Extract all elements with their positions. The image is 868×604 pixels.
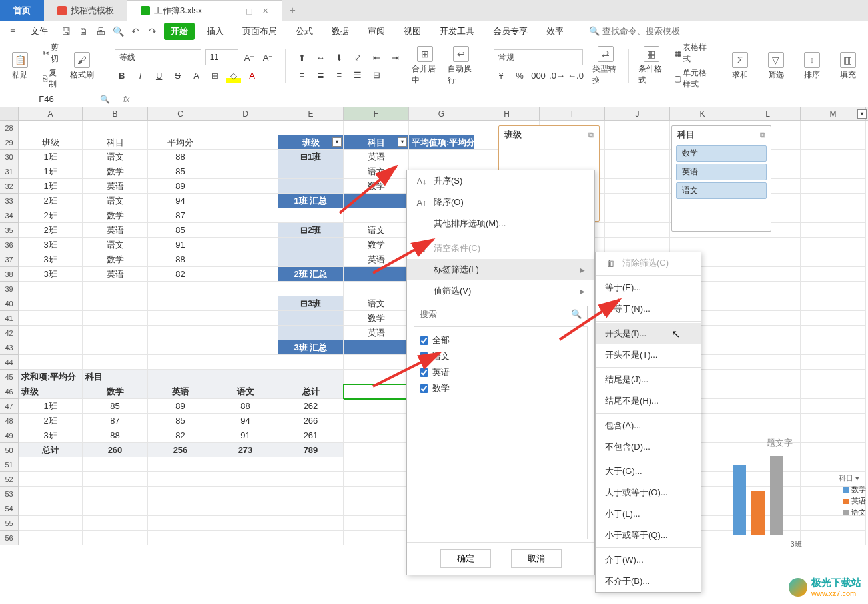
filter-search-input[interactable] <box>420 309 571 319</box>
cell[interactable] <box>278 208 344 223</box>
cell[interactable]: 语文 <box>344 164 409 179</box>
border-button[interactable]: ⊞ <box>208 68 222 83</box>
type-convert-button[interactable]: ⇄类型转换 <box>592 46 619 86</box>
submenu-item[interactable]: 包含(A)... <box>596 415 701 436</box>
row-header[interactable]: 41 <box>0 311 19 326</box>
col-header[interactable]: L <box>735 107 801 120</box>
menu-start[interactable]: 开始 <box>164 23 195 40</box>
cell[interactable]: 82 <box>148 267 213 282</box>
cell[interactable] <box>409 150 474 164</box>
slicer-subject[interactable]: 科目⧉ 数学 英语 语文 <box>671 125 771 232</box>
col-header[interactable]: B <box>83 107 148 120</box>
print-preview-icon[interactable]: 🔍 <box>112 25 124 37</box>
cell[interactable] <box>213 194 278 208</box>
cell[interactable]: 数学 <box>83 252 148 267</box>
cell[interactable] <box>83 501 148 516</box>
cell[interactable] <box>735 370 801 384</box>
cell[interactable] <box>19 457 83 472</box>
cell[interactable] <box>213 121 278 135</box>
cell[interactable]: 85 <box>148 223 213 238</box>
cell[interactable]: 英语 <box>344 326 409 340</box>
cell[interactable]: 2班 <box>19 194 83 208</box>
sort-asc-item[interactable]: A↓升序(S) <box>407 170 594 192</box>
cell[interactable] <box>213 531 278 545</box>
search-input[interactable] <box>602 26 702 36</box>
cell[interactable] <box>344 121 409 135</box>
submenu-item[interactable]: 小于或等于(Q)... <box>596 525 701 546</box>
cell[interactable] <box>213 516 278 531</box>
cell[interactable] <box>213 472 278 487</box>
name-box[interactable]: F46 <box>0 94 93 104</box>
cell[interactable] <box>213 238 278 252</box>
decimal-dec-icon[interactable]: ←.0 <box>568 68 583 83</box>
cell[interactable]: 82 <box>148 428 213 443</box>
sum-button[interactable]: Σ求和 <box>727 52 753 81</box>
row-header[interactable]: 51 <box>0 457 19 472</box>
cell[interactable] <box>735 296 801 311</box>
submenu-item[interactable]: 小于(L)... <box>596 503 701 525</box>
cell[interactable] <box>344 443 409 457</box>
align-right-icon[interactable]: ≡ <box>332 67 346 82</box>
cell[interactable] <box>344 194 409 208</box>
cell[interactable]: 平均值项:平均分 <box>409 135 474 150</box>
cell[interactable] <box>735 340 801 355</box>
wrap-button[interactable]: ↩自动换行 <box>448 46 474 86</box>
row-header[interactable]: 49 <box>0 428 19 443</box>
col-header[interactable]: D <box>213 107 278 120</box>
decimal-inc-icon[interactable]: .0→ <box>550 68 564 83</box>
cell[interactable] <box>801 340 866 355</box>
fx-icon[interactable]: fx <box>117 95 136 104</box>
redo-icon[interactable]: ↷ <box>147 25 159 37</box>
cell[interactable] <box>735 414 801 428</box>
filter-check-item[interactable]: 英语 <box>420 364 582 380</box>
cell[interactable]: 语文 <box>213 384 278 399</box>
cell[interactable] <box>801 414 866 428</box>
command-search[interactable]: 🔍 <box>589 26 702 36</box>
cell[interactable] <box>83 121 148 135</box>
sort-button[interactable]: ↕排序 <box>799 52 825 81</box>
window-icon[interactable]: ◻ <box>246 6 253 16</box>
clear-filter-icon[interactable]: ⧉ <box>588 131 594 139</box>
tab-template[interactable]: 找稻壳模板 <box>44 0 127 21</box>
row-header[interactable]: 29 <box>0 135 19 150</box>
legend-toggle[interactable]: 科目 ▾ <box>839 473 859 483</box>
cell[interactable] <box>19 516 83 531</box>
submenu-item[interactable]: 不介于(B)... <box>596 571 701 592</box>
cell[interactable]: 数学 <box>344 179 409 194</box>
indent-dec-icon[interactable]: ⇤ <box>369 50 384 65</box>
submenu-item[interactable]: 不等于(N)... <box>596 298 701 320</box>
currency-icon[interactable]: ¥ <box>494 68 508 83</box>
cell[interactable] <box>148 326 213 340</box>
cell[interactable] <box>19 326 83 340</box>
cell[interactable]: 班级▾ <box>278 135 344 150</box>
col-header[interactable]: K <box>670 107 735 120</box>
cell[interactable] <box>148 472 213 487</box>
cell[interactable]: 英语 <box>83 267 148 282</box>
font-color-button[interactable]: A <box>245 68 260 83</box>
cell[interactable]: 总计 <box>278 384 344 399</box>
save-icon[interactable]: 🖫 <box>60 25 72 37</box>
cell[interactable] <box>344 414 409 428</box>
cell[interactable] <box>278 282 344 296</box>
cell[interactable] <box>148 531 213 545</box>
cell[interactable]: 数学 <box>344 311 409 326</box>
cell[interactable] <box>409 121 474 135</box>
col-header[interactable]: A <box>19 107 83 120</box>
cell[interactable] <box>605 179 670 194</box>
save-as-icon[interactable]: 🗎 <box>77 25 89 37</box>
justify-icon[interactable]: ☰ <box>350 67 365 82</box>
cell[interactable] <box>278 501 344 516</box>
close-icon[interactable]: ✕ <box>262 7 268 15</box>
cell[interactable]: 256 <box>148 443 213 457</box>
font-size-select[interactable]: 11 <box>205 49 238 65</box>
cell[interactable] <box>213 223 278 238</box>
cell[interactable]: 科目▾ <box>344 135 409 150</box>
cell[interactable] <box>278 179 344 194</box>
cell[interactable] <box>83 326 148 340</box>
col-header[interactable]: E <box>278 107 344 120</box>
cell[interactable] <box>605 208 670 223</box>
cell[interactable] <box>148 340 213 355</box>
cell[interactable]: 3班 <box>19 428 83 443</box>
cell[interactable]: 英语 <box>148 384 213 399</box>
cell[interactable] <box>148 487 213 501</box>
